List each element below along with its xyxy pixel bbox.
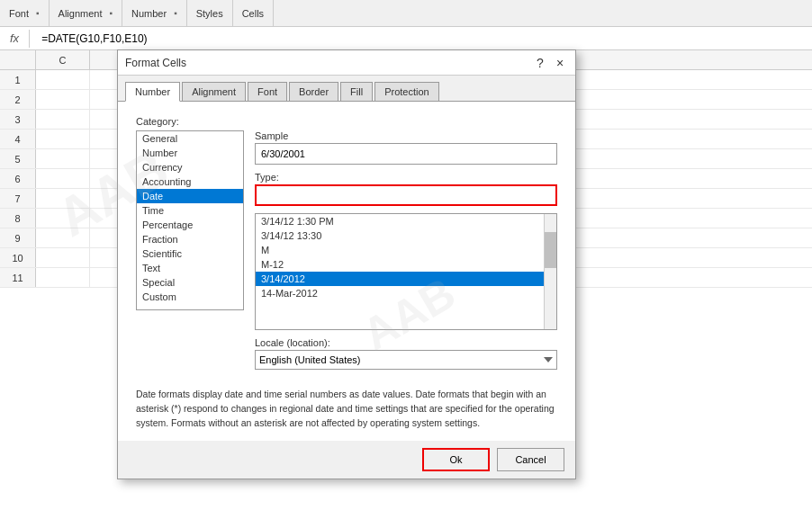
dialog-controls: ? × (532, 55, 568, 71)
tab-border[interactable]: Border (289, 82, 338, 102)
type-item-6[interactable]: 14-Mar-2012 (256, 286, 556, 300)
dialog-body: Category: General Number Currency Accoun… (129, 109, 564, 380)
category-item-fraction[interactable]: Fraction (137, 232, 243, 246)
type-input[interactable] (262, 190, 550, 201)
dialog-title: Format Cells (125, 57, 186, 69)
dialog-main-area: General Number Currency Accounting Date … (136, 130, 557, 373)
dialog-tabs: Number Alignment Font Border Fill Protec… (118, 76, 575, 102)
ribbon-styles-group: Styles (187, 0, 233, 26)
type-item-4[interactable]: M-12 (256, 257, 556, 272)
category-item-percentage[interactable]: Percentage (137, 218, 243, 232)
category-item-scientific[interactable]: Scientific (137, 246, 243, 261)
ribbon-cells-group: Cells (233, 0, 274, 26)
dialog-close-button[interactable]: × (552, 55, 568, 71)
type-item-2[interactable]: 3/14/12 13:30 (256, 228, 556, 243)
tab-number[interactable]: Number (125, 82, 180, 102)
font-group-label: Font (9, 8, 29, 19)
sample-value: 6/30/2001 (261, 148, 305, 159)
row-num-header (0, 50, 36, 69)
locale-label: Locale (location): (255, 337, 557, 348)
number-group-label: Number (131, 8, 167, 19)
sample-label: Sample (255, 130, 557, 141)
category-item-time[interactable]: Time (137, 203, 243, 218)
cancel-button[interactable]: Cancel (497, 448, 564, 471)
category-item-custom[interactable]: Custom (137, 290, 243, 304)
ribbon-alignment-group: Alignment ▪ (50, 0, 122, 26)
ribbon-number-group: Number ▪ (122, 0, 187, 26)
dialog-footer: Ok Cancel (118, 441, 575, 479)
category-item-general[interactable]: General (137, 131, 243, 146)
locale-select[interactable]: English (United States) English (United … (255, 350, 557, 370)
category-list[interactable]: General Number Currency Accounting Date … (136, 130, 244, 310)
ribbon: Font ▪ Alignment ▪ Number ▪ Styles Cells (0, 0, 812, 27)
type-item-3[interactable]: M (256, 243, 556, 257)
ribbon-font-expand-icon[interactable]: ▪ (36, 8, 40, 18)
category-item-special[interactable]: Special (137, 275, 243, 290)
sample-box: 6/30/2001 (255, 143, 557, 165)
ribbon-alignment-expand-icon[interactable]: ▪ (109, 8, 113, 18)
type-item-5[interactable]: 3/14/2012 (256, 272, 556, 286)
category-item-currency[interactable]: Currency (137, 160, 243, 174)
cells-group-label: Cells (242, 8, 264, 19)
tab-protection[interactable]: Protection (374, 82, 439, 102)
type-section: Type: (255, 172, 557, 206)
formula-input[interactable] (34, 31, 807, 47)
dialog-titlebar: Format Cells ? × (118, 50, 575, 76)
category-label: Category: (136, 116, 557, 127)
category-item-date[interactable]: Date (137, 189, 243, 203)
category-item-accounting[interactable]: Accounting (137, 174, 243, 189)
tab-alignment[interactable]: Alignment (182, 82, 246, 102)
type-input-wrapper (255, 184, 557, 206)
type-item-1[interactable]: 3/14/12 1:30 PM (256, 214, 556, 228)
category-item-number[interactable]: Number (137, 146, 243, 160)
formula-bar: fx (0, 27, 812, 50)
dialog-content-area: Category: General Number Currency Accoun… (118, 102, 575, 441)
type-list[interactable]: 3/14/12 1:30 PM 3/14/12 13:30 M M-12 3/1… (255, 213, 557, 330)
tab-font[interactable]: Font (248, 82, 287, 102)
ribbon-number-expand-icon[interactable]: ▪ (174, 8, 177, 18)
category-item-text[interactable]: Text (137, 261, 243, 275)
fx-label: fx (5, 31, 24, 45)
ok-button[interactable]: Ok (422, 448, 490, 471)
right-panel: Sample 6/30/2001 Type: 3/14/12 1:30 PM (255, 130, 557, 373)
description-text: Date formats display date and time seria… (136, 388, 557, 430)
scrollbar-thumb[interactable] (545, 232, 556, 268)
locale-section: Locale (location): English (United State… (255, 337, 557, 370)
format-cells-dialog: Format Cells ? × Number Alignment Font B… (117, 49, 576, 479)
col-header-c: C (36, 50, 90, 69)
alignment-group-label: Alignment (59, 8, 103, 19)
tab-fill[interactable]: Fill (340, 82, 373, 102)
ribbon-font-group: Font ▪ (0, 0, 50, 26)
styles-group-label: Styles (196, 8, 223, 19)
spreadsheet: Font ▪ Alignment ▪ Number ▪ Styles Cells… (0, 0, 812, 510)
dialog-help-button[interactable]: ? (532, 55, 548, 71)
formula-divider (29, 30, 30, 48)
type-label: Type: (255, 172, 557, 183)
type-list-scrollbar[interactable] (544, 214, 556, 329)
